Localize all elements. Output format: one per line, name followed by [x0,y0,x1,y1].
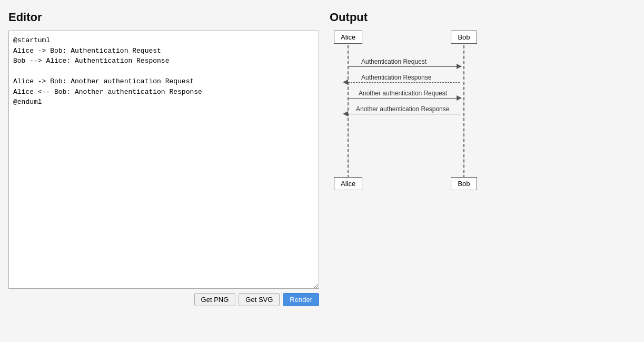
render-button[interactable]: Render [283,293,319,306]
message-3-arrowhead [457,95,462,101]
code-editor[interactable] [8,31,319,289]
actor-alice-top: Alice [334,31,362,44]
output-title: Output [330,11,636,24]
message-2-arrowhead [343,80,348,85]
editor-title: Editor [8,11,313,24]
get-png-button[interactable]: Get PNG [194,293,236,306]
actor-alice-bottom: Alice [334,177,362,190]
get-svg-button[interactable]: Get SVG [239,293,280,306]
message-4-label: Another authentication Response [356,105,449,113]
editor-buttons: Get PNG Get SVG Render [8,293,319,306]
output-panel: Output Alice Bob Authentication Request … [321,0,644,342]
message-1-line [348,66,460,67]
message-4-arrowhead [343,111,348,116]
message-3-label: Another authentication Request [359,90,447,97]
message-1-label: Authentication Request [361,58,427,65]
actor-bob-top: Bob [451,31,477,44]
bob-lifeline [463,45,464,178]
message-2-line [348,82,460,83]
message-4-line [348,114,460,114]
actor-bob-bottom: Bob [451,177,477,190]
editor-panel: Editor Get PNG Get SVG Render [0,0,321,342]
message-3-line [348,98,460,99]
message-2-label: Authentication Response [361,74,431,81]
sequence-diagram: Alice Bob Authentication Request Authent… [330,31,482,194]
message-1-arrowhead [457,64,462,69]
